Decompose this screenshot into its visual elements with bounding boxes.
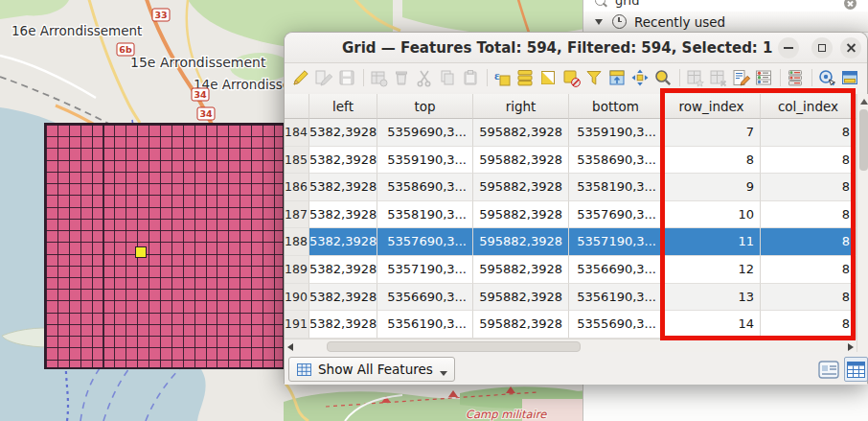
cell-left[interactable]: 5382,3928 bbox=[309, 311, 377, 339]
cell-top[interactable]: 5357190,3... bbox=[377, 256, 473, 284]
column-header-left[interactable]: left bbox=[309, 94, 377, 119]
row-number[interactable]: 190 bbox=[285, 284, 309, 312]
table-row[interactable]: 1865382,39285358690,3...595882,392853581… bbox=[285, 174, 857, 201]
toolbox-group-recently-used[interactable]: Recently used bbox=[583, 12, 868, 33]
save-edits-icon[interactable] bbox=[336, 67, 357, 88]
actions-icon[interactable] bbox=[816, 67, 837, 88]
cell-right[interactable]: 595882,3928 bbox=[473, 284, 569, 312]
dock-table-icon[interactable] bbox=[839, 67, 860, 88]
column-header-col-index[interactable]: col_index bbox=[761, 94, 857, 119]
delete-field-icon[interactable] bbox=[707, 67, 728, 88]
delete-selected-icon[interactable] bbox=[391, 67, 412, 88]
table-row[interactable]: 1915382,39285356190,3...595882,392853556… bbox=[285, 311, 857, 339]
window-titlebar[interactable]: Grid — Features Total: 594, Filtered: 59… bbox=[285, 33, 867, 63]
vertical-scrollbar[interactable] bbox=[857, 94, 868, 370]
cell-bottom[interactable]: 5358690,3... bbox=[569, 147, 663, 175]
cell-col_index[interactable]: 8 bbox=[761, 228, 857, 256]
cell-row_index[interactable]: 8 bbox=[663, 147, 761, 175]
cell-row_index[interactable]: 11 bbox=[663, 228, 761, 256]
cell-top[interactable]: 5359190,3... bbox=[377, 147, 473, 175]
switch-to-form-view-button[interactable] bbox=[817, 361, 840, 380]
cell-bottom[interactable]: 5356690,3... bbox=[569, 256, 663, 284]
multi-edit-icon[interactable] bbox=[313, 67, 334, 88]
cell-top[interactable]: 5357690,3... bbox=[377, 228, 473, 256]
cell-bottom[interactable]: 5355690,3... bbox=[569, 311, 663, 339]
column-header-rownum[interactable] bbox=[285, 94, 309, 119]
scroll-right-icon[interactable] bbox=[848, 343, 854, 351]
column-header-right[interactable]: right bbox=[473, 94, 569, 119]
cell-row_index[interactable]: 14 bbox=[663, 311, 761, 339]
select-all-icon[interactable] bbox=[514, 67, 536, 88]
table-row[interactable]: 1875382,39285358190,3...595882,392853576… bbox=[285, 201, 857, 229]
cell-row_index[interactable]: 10 bbox=[663, 201, 761, 229]
close-button[interactable] bbox=[840, 37, 861, 58]
feature-filter-button[interactable]: Show All Features bbox=[288, 357, 455, 382]
horizontal-scrollbar[interactable] bbox=[285, 339, 857, 352]
chevron-down-icon[interactable] bbox=[595, 19, 603, 25]
row-number[interactable]: 184 bbox=[285, 119, 309, 147]
cell-col_index[interactable]: 8 bbox=[761, 284, 857, 312]
switch-to-table-view-button[interactable] bbox=[844, 357, 868, 382]
add-feature-icon[interactable] bbox=[368, 67, 389, 88]
organize-columns-icon[interactable] bbox=[785, 67, 806, 88]
cell-left[interactable]: 5382,3928 bbox=[309, 119, 377, 147]
scrollbar-thumb[interactable] bbox=[327, 341, 581, 352]
table-row[interactable]: 1885382,39285357690,3...595882,392853571… bbox=[285, 228, 857, 256]
clear-search-icon[interactable] bbox=[844, 0, 857, 10]
cell-left[interactable]: 5382,3928 bbox=[309, 147, 377, 175]
scrollbar-thumb[interactable] bbox=[859, 109, 868, 171]
filter-by-form-icon[interactable] bbox=[583, 67, 605, 88]
cell-left[interactable]: 5382,3928 bbox=[309, 201, 377, 229]
scroll-left-icon[interactable] bbox=[287, 343, 293, 351]
cell-right[interactable]: 595882,3928 bbox=[473, 201, 569, 229]
cell-right[interactable]: 595882,3928 bbox=[473, 311, 569, 339]
field-calculator-icon[interactable] bbox=[730, 67, 751, 88]
cell-right[interactable]: 595882,3928 bbox=[473, 119, 569, 147]
row-number[interactable]: 186 bbox=[285, 174, 309, 201]
cell-col_index[interactable]: 8 bbox=[761, 311, 857, 339]
cell-top[interactable]: 5356190,3... bbox=[377, 311, 473, 339]
row-number[interactable]: 188 bbox=[285, 228, 309, 256]
row-number[interactable]: 185 bbox=[285, 147, 309, 175]
cell-right[interactable]: 595882,3928 bbox=[473, 256, 569, 284]
toggle-editing-icon[interactable] bbox=[290, 67, 311, 88]
move-selection-to-top-icon[interactable] bbox=[606, 67, 628, 88]
table-row[interactable]: 1855382,39285359190,3...595882,392853586… bbox=[285, 147, 857, 175]
paste-features-icon[interactable] bbox=[460, 67, 481, 88]
table-row[interactable]: 1905382,39285356690,3...595882,392853561… bbox=[285, 284, 857, 312]
table-row[interactable]: 1895382,39285357190,3...595882,392853566… bbox=[285, 256, 857, 284]
row-number[interactable]: 187 bbox=[285, 201, 309, 229]
row-number[interactable]: 191 bbox=[285, 311, 309, 339]
cell-row_index[interactable]: 13 bbox=[663, 284, 761, 312]
cell-row_index[interactable]: 12 bbox=[663, 256, 761, 284]
pan-to-selection-icon[interactable] bbox=[629, 67, 651, 88]
column-header-bottom[interactable]: bottom bbox=[569, 94, 663, 119]
cell-bottom[interactable]: 5359190,3... bbox=[569, 119, 663, 147]
cell-left[interactable]: 5382,3928 bbox=[309, 174, 377, 201]
cell-left[interactable]: 5382,3928 bbox=[309, 256, 377, 284]
deselect-all-icon[interactable] bbox=[560, 67, 582, 88]
column-header-top[interactable]: top bbox=[377, 94, 473, 119]
row-number[interactable]: 189 bbox=[285, 256, 309, 284]
cell-bottom[interactable]: 5356190,3... bbox=[569, 284, 663, 312]
cell-top[interactable]: 5359690,3... bbox=[377, 119, 473, 147]
new-field-icon[interactable] bbox=[684, 67, 705, 88]
table-row[interactable]: 1845382,39285359690,3...595882,392853591… bbox=[285, 119, 857, 147]
cell-bottom[interactable]: 5357190,3... bbox=[569, 228, 663, 256]
zoom-to-selection-icon[interactable] bbox=[652, 67, 674, 88]
column-header-row-index[interactable]: row_index bbox=[663, 94, 761, 119]
cell-top[interactable]: 5358190,3... bbox=[377, 201, 473, 229]
cell-left[interactable]: 5382,3928 bbox=[309, 228, 377, 256]
cell-right[interactable]: 595882,3928 bbox=[473, 147, 569, 175]
cell-col_index[interactable]: 8 bbox=[761, 147, 857, 175]
cell-col_index[interactable]: 8 bbox=[761, 119, 857, 147]
cell-row_index[interactable]: 7 bbox=[663, 119, 761, 147]
invert-selection-icon[interactable] bbox=[537, 67, 559, 88]
copy-features-icon[interactable] bbox=[437, 67, 458, 88]
conditional-formatting-icon[interactable] bbox=[753, 67, 774, 88]
cell-bottom[interactable]: 5358190,3... bbox=[569, 174, 663, 201]
scroll-up-icon[interactable] bbox=[860, 99, 868, 105]
cell-col_index[interactable]: 8 bbox=[761, 201, 857, 229]
cut-features-icon[interactable] bbox=[414, 67, 435, 88]
cell-row_index[interactable]: 9 bbox=[663, 174, 761, 201]
